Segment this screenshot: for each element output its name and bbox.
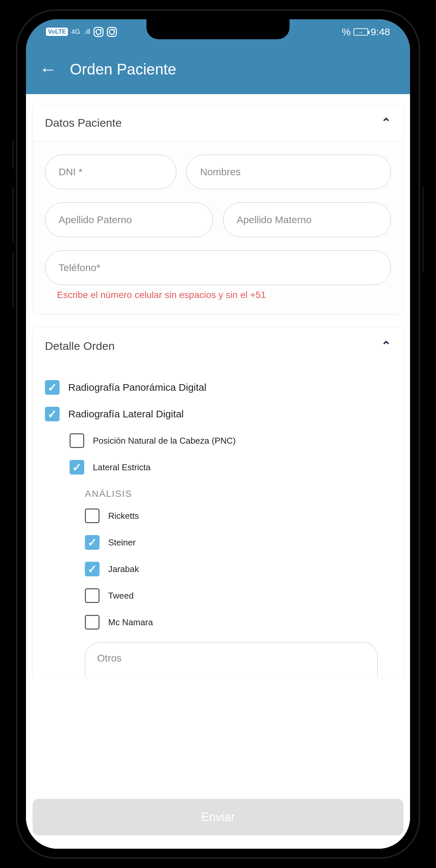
device-notch — [146, 19, 290, 39]
order-card: Detalle Orden ⌃ Radiografía Panorámica D… — [33, 327, 403, 677]
checkbox-row-steiner[interactable]: Steiner — [45, 529, 391, 556]
checkbox-row-tweed[interactable]: Tweed — [45, 582, 391, 609]
checkbox-row-mcnamara[interactable]: Mc Namara — [45, 609, 391, 636]
submit-button[interactable]: Enviar — [33, 799, 403, 835]
network-indicator: 4G — [71, 28, 80, 36]
checkbox-icon — [45, 407, 60, 421]
status-right: % → 9:48 — [342, 26, 390, 38]
battery-icon: → — [353, 28, 368, 36]
checkbox-icon — [85, 535, 99, 550]
checkbox-row-jarabak[interactable]: Jarabak — [45, 556, 391, 582]
chevron-up-icon: ⌃ — [381, 116, 391, 130]
instagram-icon — [93, 27, 104, 37]
checkbox-label: Radiografía Lateral Digital — [68, 408, 184, 420]
instagram-icon-2 — [107, 27, 117, 37]
checkbox-icon — [85, 562, 99, 576]
checkbox-label: Jarabak — [108, 564, 139, 575]
app-bar: ← Orden Paciente — [26, 44, 410, 94]
clock: 9:48 — [371, 26, 390, 38]
checkbox-icon — [85, 508, 99, 523]
battery-percent-icon: % — [342, 26, 351, 38]
dni-field[interactable]: DNI * — [45, 155, 176, 189]
submit-bar: Enviar — [26, 799, 410, 849]
nombres-field[interactable]: Nombres — [186, 155, 391, 189]
apellido-paterno-field[interactable]: Apellido Paterno — [45, 203, 213, 237]
scroll-area[interactable]: Datos Paciente ⌃ DNI * Nombres Apellido … — [26, 94, 410, 802]
chevron-up-icon: ⌃ — [381, 339, 391, 353]
apellido-materno-field[interactable]: Apellido Materno — [223, 203, 391, 237]
checkbox-label: Posición Natural de la Cabeza (PNC) — [93, 436, 236, 446]
checkbox-row-panoramica[interactable]: Radiografía Panorámica Digital — [45, 374, 391, 401]
order-section-title: Detalle Orden — [45, 340, 115, 352]
checkbox-icon — [85, 615, 99, 629]
checkbox-row-lateral[interactable]: Radiografía Lateral Digital — [45, 401, 391, 427]
device-screen: VoLTE 4G .ıll % → 9:48 ← Orden Paciente — [26, 19, 410, 849]
patient-card: Datos Paciente ⌃ DNI * Nombres Apellido … — [33, 104, 403, 314]
device-power-button — [419, 186, 424, 273]
checkbox-icon — [85, 588, 99, 603]
content-area: Datos Paciente ⌃ DNI * Nombres Apellido … — [26, 94, 410, 849]
checkbox-label: Tweed — [108, 591, 134, 601]
status-left: VoLTE 4G .ıll — [46, 27, 117, 37]
checkbox-row-ricketts[interactable]: Ricketts — [45, 502, 391, 529]
telefono-hint: Escribe el número celular sin espacios y… — [45, 288, 391, 304]
otros-field[interactable]: Otros — [85, 642, 378, 677]
back-button[interactable]: ← — [39, 61, 57, 78]
device-frame: VoLTE 4G .ıll % → 9:48 ← Orden Paciente — [16, 9, 420, 859]
checkbox-label: Radiografía Panorámica Digital — [68, 382, 206, 393]
analisis-label: ANÁLISIS — [45, 480, 391, 502]
checkbox-icon — [69, 460, 84, 474]
patient-card-body: DNI * Nombres Apellido Paterno Apellido … — [33, 141, 403, 314]
checkbox-row-pnc[interactable]: Posición Natural de la Cabeza (PNC) — [45, 427, 391, 454]
checkbox-label: Lateral Estricta — [93, 462, 150, 472]
checkbox-row-estricta[interactable]: Lateral Estricta — [45, 454, 391, 480]
telefono-field[interactable]: Teléfono* — [45, 250, 391, 285]
patient-card-header[interactable]: Datos Paciente ⌃ — [33, 104, 403, 141]
order-card-body: Radiografía Panorámica Digital Radiograf… — [33, 364, 403, 677]
checkbox-label: Ricketts — [108, 511, 139, 521]
patient-section-title: Datos Paciente — [45, 116, 122, 129]
checkbox-label: Mc Namara — [108, 617, 153, 627]
checkbox-icon — [45, 380, 60, 395]
volte-badge: VoLTE — [46, 28, 68, 36]
page-title: Orden Paciente — [70, 60, 176, 78]
order-card-header[interactable]: Detalle Orden ⌃ — [33, 328, 403, 364]
signal-icon: .ıll — [84, 28, 90, 36]
checkbox-label: Steiner — [108, 537, 136, 548]
checkbox-icon — [69, 433, 84, 448]
